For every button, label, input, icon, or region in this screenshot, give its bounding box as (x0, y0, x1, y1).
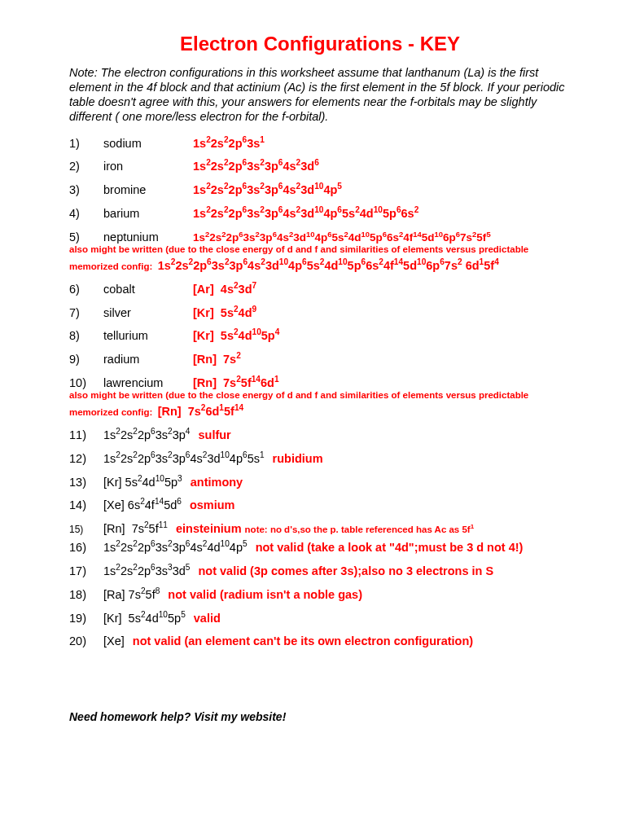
q19-num: 19) (69, 611, 103, 626)
q14-config: [Xe] 6s24f145d6 (103, 498, 182, 513)
q17: 17) 1s22s22p63s33d5 not valid (3p comes … (69, 564, 571, 579)
q12: 12) 1s22s22p63s23p64s23d104p65s1 rubidiu… (69, 451, 571, 467)
q4-num: 4) (69, 206, 103, 222)
q5-subnote: also might be written (due to the close … (69, 244, 571, 256)
page-title: Electron Configurations - KEY (69, 33, 571, 55)
q14-answer: osmium (190, 498, 235, 513)
q13-num: 13) (69, 475, 103, 490)
q6-num: 6) (69, 282, 103, 297)
q5-memo: memorized config: 1s22s22p63s23p64s23d10… (69, 259, 571, 272)
q7-num: 7) (69, 305, 103, 321)
q2-num: 2) (69, 159, 103, 174)
q18-answer: not valid (radium isn't a noble gas) (168, 587, 362, 603)
q16-answer: not valid (256, 540, 304, 555)
q15: 15) [Rn] 7s25f11 einsteinium note: no d'… (69, 521, 571, 537)
q11: 11) 1s22s22p63s23p4 sulfur (69, 428, 571, 443)
q17-num: 17) (69, 564, 103, 579)
q11-answer: sulfur (198, 428, 230, 443)
q5-num: 5) (69, 230, 103, 245)
q4-answer: 1s22s22p63s23p64s23d104p65s24d105p66s2 (193, 206, 418, 222)
q1-label: sodium (103, 136, 193, 151)
q5-answer: 1s22s22p63s23p64s23d104p65s24d105p66s24f… (193, 230, 491, 245)
q17-answer: not valid (3p comes after 3s); (198, 564, 361, 579)
q19-answer: valid (194, 611, 221, 626)
q17-config: 1s22s22p63s33d5 (103, 564, 190, 579)
q4-label: barium (103, 206, 193, 222)
q13-config: [Kr] 5s24d105p3 (103, 475, 182, 490)
q20: 20) [Xe] not valid (an element can't be … (69, 634, 571, 649)
q3-label: bromine (103, 182, 193, 198)
q13-answer: antimony (191, 475, 243, 490)
q12-answer: rubidium (273, 451, 323, 467)
q10-memo-label: memorized config: (69, 407, 152, 417)
q20-answer: not valid (an element can't be its own e… (133, 634, 473, 649)
q2: 2) iron 1s22s22p63s23p64s23d6 (69, 159, 571, 174)
q15-answer: einsteinium (176, 521, 242, 537)
q5-label: neptunium (103, 230, 193, 245)
q16: 16) 1s22s22p63s23p64s24d104p5 not valid … (69, 540, 571, 555)
q8-num: 8) (69, 328, 103, 344)
q8-answer: [Kr] 5s24d105p4 (193, 328, 279, 344)
q15-note: note: no d's,so the p. table referenced … (245, 524, 475, 536)
q15-num: 15) (69, 524, 103, 537)
q20-num: 20) (69, 634, 103, 649)
q9-label: radium (103, 352, 193, 367)
q18: 18) [Ra] 7s25f8 not valid (radium isn't … (69, 587, 571, 603)
q2-label: iron (103, 159, 193, 174)
q16-note: (take a look at "4d";must be 3 d not 4!) (307, 540, 523, 555)
q10-memo-answer: [Rn] 7s26d15f14 (158, 405, 244, 418)
q6-label: cobalt (103, 282, 193, 297)
q7-label: silver (103, 305, 193, 321)
q14-num: 14) (69, 498, 103, 513)
q2-answer: 1s22s22p63s23p64s23d6 (193, 159, 319, 174)
footer-note: Need homework help? Visit my website! (69, 710, 571, 723)
q19: 19) [Kr] 5s24d105p5 valid (69, 611, 571, 626)
q19-config: [Kr] 5s24d105p5 (103, 611, 186, 626)
q1-num: 1) (69, 136, 103, 151)
q17-answer-b: also no 3 electrons in S (361, 564, 493, 579)
intro-note: Note: The electron configurations in thi… (69, 65, 571, 125)
q4: 4) barium 1s22s22p63s23p64s23d104p65s24d… (69, 206, 571, 222)
q6: 6) cobalt [Ar] 4s23d7 (69, 282, 571, 297)
q8: 8) tellurium [Kr] 5s24d105p4 (69, 328, 571, 344)
q3: 3) bromine 1s22s22p63s23p64s23d104p5 (69, 182, 571, 198)
q12-config: 1s22s22p63s23p64s23d104p65s1 (103, 451, 265, 467)
q11-num: 11) (69, 428, 103, 443)
q18-config: [Ra] 7s25f8 (103, 587, 160, 603)
q5-memo-answer: 1s22s22p63s23p64s23d104p65s24d105p66s24f… (158, 259, 499, 272)
q7-answer: [Kr] 5s24d9 (193, 305, 256, 321)
q16-config: 1s22s22p63s23p64s24d104p5 (103, 540, 248, 555)
q10-subnote: also might be written (due to the close … (69, 389, 571, 402)
q16-num: 16) (69, 540, 103, 555)
q11-config: 1s22s22p63s23p4 (103, 428, 190, 443)
q8-label: tellurium (103, 328, 193, 344)
q20-config: [Xe] (103, 634, 125, 649)
q3-answer: 1s22s22p63s23p64s23d104p5 (193, 182, 342, 198)
q1: 1) sodium 1s22s22p63s1 (69, 136, 571, 151)
q12-num: 12) (69, 451, 103, 467)
q7: 7) silver [Kr] 5s24d9 (69, 305, 571, 321)
q18-num: 18) (69, 587, 103, 603)
q9-answer: [Rn] 7s2 (193, 352, 241, 367)
q3-num: 3) (69, 182, 103, 198)
q9-num: 9) (69, 352, 103, 367)
q10-memo: memorized config: [Rn] 7s26d15f14 (69, 405, 571, 418)
q14: 14) [Xe] 6s24f145d6 osmium (69, 498, 571, 513)
q15-config: [Rn] 7s25f11 (103, 521, 168, 537)
q5-memo-label: memorized config: (69, 261, 152, 271)
q15-note-text: note: no d's,so the p. table referenced … (245, 525, 471, 534)
q1-answer: 1s22s22p63s1 (193, 136, 265, 151)
q9: 9) radium [Rn] 7s2 (69, 352, 571, 367)
q13: 13) [Kr] 5s24d105p3 antimony (69, 475, 571, 490)
q6-answer: [Ar] 4s23d7 (193, 282, 256, 297)
